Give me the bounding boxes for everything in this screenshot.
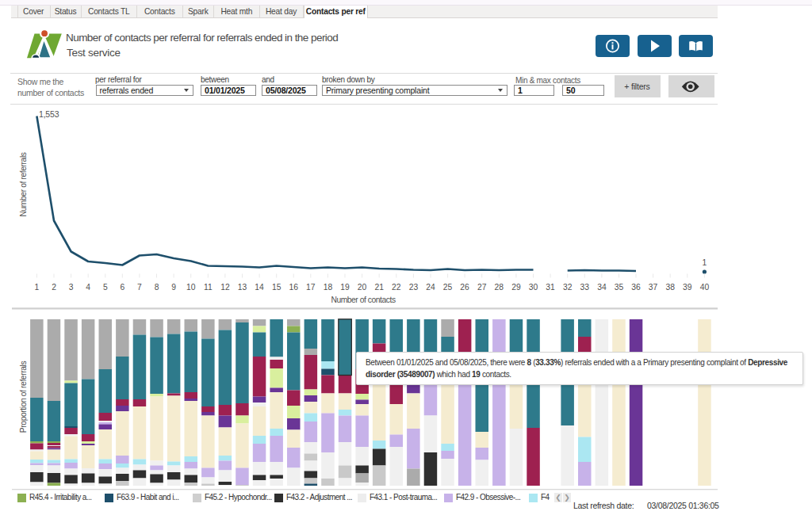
svg-text:18: 18: [324, 283, 333, 292]
svg-text:34: 34: [597, 283, 607, 292]
svg-text:23: 23: [409, 283, 419, 292]
svg-text:36: 36: [631, 283, 641, 292]
svg-text:11: 11: [204, 283, 213, 292]
svg-text:13: 13: [238, 283, 247, 292]
svg-text:33: 33: [580, 283, 590, 292]
svg-text:14: 14: [255, 283, 264, 292]
svg-text:22: 22: [392, 283, 401, 292]
svg-text:24: 24: [426, 283, 435, 292]
svg-text:2: 2: [52, 283, 56, 292]
svg-text:30: 30: [529, 283, 538, 292]
svg-text:3: 3: [69, 283, 74, 292]
svg-text:40: 40: [700, 283, 710, 292]
svg-text:Number of contacts: Number of contacts: [331, 296, 395, 304]
svg-text:35: 35: [615, 283, 624, 292]
svg-text:7: 7: [137, 283, 142, 292]
svg-text:29: 29: [511, 283, 521, 292]
svg-text:6: 6: [120, 283, 124, 292]
svg-text:16: 16: [289, 283, 298, 292]
svg-text:39: 39: [683, 283, 692, 292]
svg-text:Number of referrals: Number of referrals: [19, 152, 28, 216]
svg-text:9: 9: [171, 283, 176, 292]
svg-text:15: 15: [272, 283, 282, 292]
svg-text:17: 17: [306, 283, 316, 292]
svg-text:1: 1: [703, 258, 707, 267]
svg-text:1,553: 1,553: [39, 109, 59, 119]
svg-text:20: 20: [358, 283, 367, 292]
svg-text:19: 19: [340, 283, 350, 292]
svg-text:1: 1: [35, 283, 40, 292]
svg-text:25: 25: [443, 283, 453, 292]
svg-text:37: 37: [649, 283, 658, 292]
svg-text:8: 8: [155, 283, 159, 292]
svg-text:38: 38: [665, 283, 675, 292]
svg-text:10: 10: [186, 283, 196, 292]
svg-text:32: 32: [563, 283, 573, 292]
svg-text:28: 28: [495, 283, 504, 292]
svg-text:26: 26: [460, 283, 469, 292]
svg-text:Proportion of referrals: Proportion of referrals: [19, 361, 28, 433]
svg-text:12: 12: [220, 283, 230, 292]
svg-text:21: 21: [374, 283, 384, 292]
svg-text:5: 5: [103, 283, 108, 292]
svg-text:4: 4: [86, 283, 90, 292]
svg-text:31: 31: [546, 283, 555, 292]
svg-text:27: 27: [477, 283, 487, 292]
